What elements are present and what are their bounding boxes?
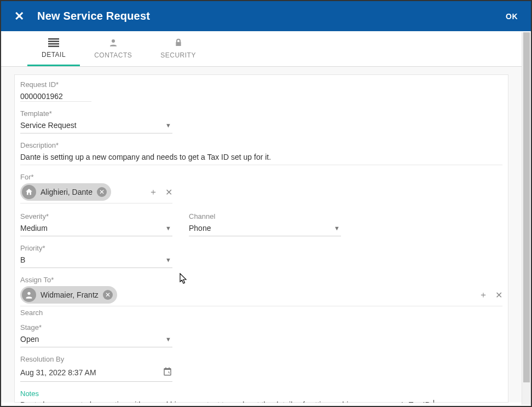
svg-rect-1 xyxy=(48,41,59,42)
label-priority: Priority* xyxy=(20,244,172,252)
field-channel: Channel Phone ▼ xyxy=(189,212,341,236)
assign-to-search[interactable]: Search xyxy=(20,306,502,322)
field-notes: Notes Dante has requested a meeting with… xyxy=(20,389,502,403)
person-icon xyxy=(108,38,118,49)
field-severity: Severity* Medium ▼ xyxy=(20,212,172,236)
template-select[interactable]: Service Request ▼ xyxy=(20,120,172,133)
field-resolution-by: Resolution By Aug 31, 2022 8:37 AM xyxy=(20,355,172,382)
description-input[interactable]: Dante is setting up a new company and ne… xyxy=(20,152,502,165)
value-channel: Phone xyxy=(189,224,211,232)
chevron-down-icon: ▼ xyxy=(165,122,172,129)
priority-select[interactable]: B ▼ xyxy=(20,254,172,268)
field-priority: Priority* B ▼ xyxy=(20,244,172,268)
field-request-id: Request ID* 0000001962 xyxy=(20,80,172,102)
field-stage: Stage* Open ▼ xyxy=(20,323,172,347)
text-caret xyxy=(433,400,434,403)
value-severity: Medium xyxy=(20,224,48,232)
add-icon[interactable]: ＋ xyxy=(479,289,488,301)
list-icon xyxy=(48,38,59,49)
svg-rect-0 xyxy=(48,38,59,39)
label-assign-to: Assign To* xyxy=(20,276,502,284)
chevron-down-icon: ▼ xyxy=(334,225,341,231)
label-request-id: Request ID* xyxy=(20,80,172,89)
tab-contacts[interactable]: CONTACTS xyxy=(80,31,146,66)
value-template: Service Request xyxy=(20,121,77,130)
value-priority: B xyxy=(20,255,25,264)
field-assign-to: Assign To* Widmaier, Frantz ✕ ＋ ✕ Search xyxy=(20,276,502,322)
chip-remove-icon[interactable]: ✕ xyxy=(103,290,113,300)
svg-rect-3 xyxy=(48,46,59,47)
tab-label: SECURITY xyxy=(160,51,196,59)
field-description: Description* Dante is setting up a new c… xyxy=(20,141,502,165)
person-icon xyxy=(22,288,36,302)
chevron-down-icon: ▼ xyxy=(165,336,172,342)
value-description: Dante is setting up a new company and ne… xyxy=(20,153,271,161)
label-description: Description* xyxy=(20,141,502,149)
close-icon[interactable]: ✕ xyxy=(14,9,24,24)
label-channel: Channel xyxy=(189,212,341,220)
home-icon xyxy=(22,185,36,199)
chip-remove-icon[interactable]: ✕ xyxy=(97,187,107,197)
value-resolution-by: Aug 31, 2022 8:37 AM xyxy=(20,368,96,377)
chip-for-contact[interactable]: Alighieri, Dante ✕ xyxy=(20,183,111,201)
dialog-header: ✕ New Service Request OK xyxy=(1,1,531,31)
clear-icon[interactable]: ✕ xyxy=(165,187,172,197)
chip-assign-to[interactable]: Widmaier, Frantz ✕ xyxy=(20,286,117,304)
chevron-down-icon: ▼ xyxy=(165,257,172,263)
chevron-down-icon: ▼ xyxy=(165,225,172,231)
tab-label: DETAIL xyxy=(42,51,66,59)
label-for: For* xyxy=(20,173,502,181)
channel-select[interactable]: Phone ▼ xyxy=(189,223,341,236)
stage-select[interactable]: Open ▼ xyxy=(20,334,172,347)
vertical-scrollbar[interactable] xyxy=(522,32,531,405)
label-severity: Severity* xyxy=(20,212,172,220)
field-template: Template* Service Request ▼ xyxy=(20,109,172,133)
value-stage: Open xyxy=(20,335,39,344)
field-for: For* Alighieri, Dante ✕ ＋ ✕ xyxy=(20,173,502,203)
label-template: Template* xyxy=(20,109,172,118)
tab-security[interactable]: SECURITY xyxy=(146,31,210,66)
chip-label: Widmaier, Frantz xyxy=(41,290,99,299)
ok-button[interactable]: OK xyxy=(506,12,518,21)
resolution-by-input[interactable]: Aug 31, 2022 8:37 AM xyxy=(20,365,172,382)
clear-icon[interactable]: ✕ xyxy=(495,290,502,300)
svg-rect-2 xyxy=(48,43,59,44)
form-card: Request ID* 0000001962 Template* Service… xyxy=(14,74,508,403)
tab-label: CONTACTS xyxy=(94,51,132,59)
tab-detail[interactable]: DETAIL xyxy=(27,31,80,66)
svg-point-4 xyxy=(112,39,115,43)
scrollbar-thumb[interactable] xyxy=(523,32,530,382)
label-stage: Stage* xyxy=(20,323,172,332)
value-notes: Dante has requested a meeting with us an… xyxy=(20,400,432,403)
severity-select[interactable]: Medium ▼ xyxy=(20,223,172,236)
notes-input[interactable]: Dante has requested a meeting with us an… xyxy=(20,400,502,403)
tab-bar: DETAIL CONTACTS SECURITY xyxy=(1,31,522,67)
calendar-icon[interactable] xyxy=(163,367,172,378)
dialog-title: New Service Request xyxy=(37,10,150,22)
value-request-id: 0000001962 xyxy=(20,92,63,101)
add-icon[interactable]: ＋ xyxy=(149,187,158,198)
label-resolution-by: Resolution By xyxy=(20,355,172,363)
lock-icon xyxy=(174,38,183,49)
chip-label: Alighieri, Dante xyxy=(41,188,92,196)
label-notes: Notes xyxy=(20,389,502,398)
svg-point-5 xyxy=(27,292,30,295)
